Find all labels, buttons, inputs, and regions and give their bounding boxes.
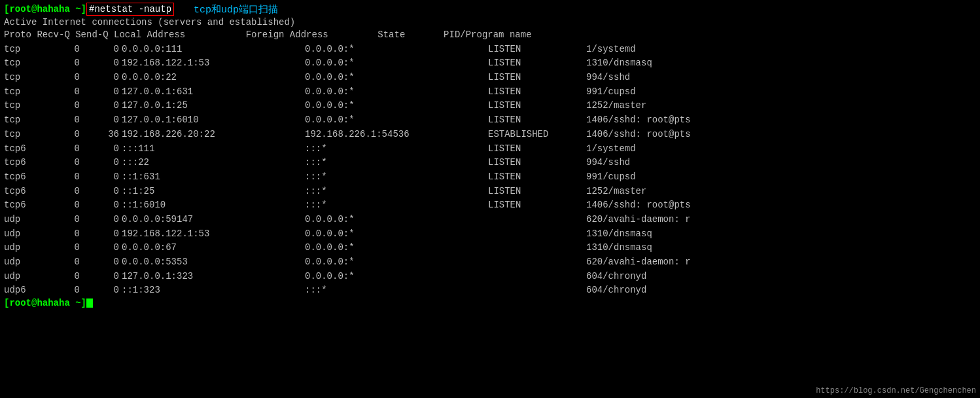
col-local: 192.168.122.1:53 [122,227,305,242]
bottom-prompt: [root@hahaha ~] [4,298,86,308]
col-foreign: 0.0.0.0:* [305,255,488,270]
table-row: tcp000.0.0.0:220.0.0.0:*LISTEN994/sshd [4,71,976,85]
col-proto: tcp6 [4,170,43,185]
col-proto: udp [4,213,43,227]
col-pid: 1/systemd [586,43,636,57]
col-state: LISTEN [488,156,586,170]
col-recvq: 0 [43,270,82,284]
col-recvq: 0 [43,198,82,213]
col-pid: 1310/dnsmasq [586,241,652,255]
col-state [488,227,586,242]
col-foreign: 0.0.0.0:* [305,43,488,57]
col-proto: tcp6 [4,156,43,170]
col-pid: 1406/sshd: root@pts [586,198,691,213]
col-sendq: 0 [82,113,122,128]
col-proto: udp [4,241,43,255]
table-row: udp600::1:323:::*604/chronyd [4,283,976,298]
col-sendq: 0 [82,142,122,156]
col-foreign: 0.0.0.0:* [305,241,488,255]
col-recvq: 0 [43,85,82,100]
col-state: LISTEN [488,43,586,57]
col-proto: tcp [4,99,43,113]
col-foreign: :::* [305,170,488,185]
rows-container: tcp000.0.0.0:1110.0.0.0:*LISTEN1/systemd… [4,43,976,298]
col-pid: 1406/sshd: root@pts [586,128,691,142]
col-proto: tcp [4,113,43,128]
col-sendq: 0 [82,71,122,85]
col-local: 0.0.0.0:67 [122,241,305,255]
col-foreign: 0.0.0.0:* [305,270,488,284]
terminal: [root@hahaha ~] #netstat -nautp tcp和udp端… [0,0,980,398]
table-row: udp000.0.0.0:670.0.0.0:*1310/dnsmasq [4,241,976,255]
col-pid: 994/sshd [586,71,630,85]
table-row: tcp600::1:25:::*LISTEN1252/master [4,185,976,199]
col-pid: 991/cupsd [586,85,636,100]
col-recvq: 0 [43,142,82,156]
table-row: tcp00192.168.122.1:530.0.0.0:*LISTEN1310… [4,56,976,71]
col-state [488,270,586,284]
col-local: ::1:25 [122,185,305,199]
col-local: ::1:323 [122,283,305,298]
table-row: tcp00127.0.0.1:60100.0.0.0:*LISTEN1406/s… [4,113,976,128]
col-proto: udp [4,270,43,284]
col-state [488,255,586,270]
col-pid: 1310/dnsmasq [586,227,652,242]
col-state: LISTEN [488,198,586,213]
col-local: 0.0.0.0:22 [122,71,305,85]
table-row: udp000.0.0.0:591470.0.0.0:*620/avahi-dae… [4,213,976,227]
col-pid: 994/sshd [586,156,630,170]
col-local: :::22 [122,156,305,170]
col-recvq: 0 [43,156,82,170]
col-pid: 1310/dnsmasq [586,56,652,71]
col-foreign: 0.0.0.0:* [305,227,488,242]
col-pid: 1252/master [586,99,646,113]
col-recvq: 0 [43,71,82,85]
col-local: 127.0.0.1:323 [122,270,305,284]
col-state [488,283,586,298]
col-recvq: 0 [43,170,82,185]
col-sendq: 0 [82,156,122,170]
col-recvq: 0 [43,213,82,227]
col-proto: tcp [4,43,43,57]
col-sendq: 0 [82,185,122,199]
col-proto: tcp [4,56,43,71]
column-headers: Proto Recv-Q Send-Q Local Address Foreig… [4,28,976,43]
table-row: tcp600:::22:::*LISTEN994/sshd [4,156,976,170]
annotation-text: tcp和udp端口扫描 [194,3,278,16]
col-foreign: 0.0.0.0:* [305,113,488,128]
cursor-block [86,298,93,308]
col-local: 127.0.0.1:25 [122,99,305,113]
col-state: LISTEN [488,71,586,85]
col-state: LISTEN [488,113,586,128]
col-state [488,241,586,255]
col-pid: 604/chronyd [586,283,646,298]
col-state: ESTABLISHED [488,128,586,142]
col-foreign: 0.0.0.0:* [305,213,488,227]
col-local: 192.168.226.20:22 [122,128,305,142]
col-local: 0.0.0.0:111 [122,43,305,57]
table-row: tcp600:::111:::*LISTEN1/systemd [4,142,976,156]
col-sendq: 0 [82,99,122,113]
col-sendq: 0 [82,198,122,213]
col-recvq: 0 [43,255,82,270]
col-pid: 991/cupsd [586,170,636,185]
col-recvq: 0 [43,283,82,298]
col-pid: 620/avahi-daemon: r [586,255,691,270]
table-row: tcp000.0.0.0:1110.0.0.0:*LISTEN1/systemd [4,43,976,57]
col-local: :::111 [122,142,305,156]
col-sendq: 0 [82,43,122,57]
col-foreign: 0.0.0.0:* [305,71,488,85]
col-local: ::1:6010 [122,198,305,213]
col-proto: udp [4,255,43,270]
col-pid: 620/avahi-daemon: r [586,213,691,227]
col-proto: tcp [4,71,43,85]
table-row: tcp00127.0.0.1:6310.0.0.0:*LISTEN991/cup… [4,85,976,100]
table-row: tcp600::1:6010:::*LISTEN1406/sshd: root@… [4,198,976,213]
col-pid: 1406/sshd: root@pts [586,113,691,128]
prompt-text: [root@hahaha ~] [4,4,86,14]
col-recvq: 0 [43,43,82,57]
col-foreign: :::* [305,156,488,170]
col-sendq: 0 [82,85,122,100]
command-box: #netstat -nautp [86,3,174,16]
col-sendq: 0 [82,283,122,298]
